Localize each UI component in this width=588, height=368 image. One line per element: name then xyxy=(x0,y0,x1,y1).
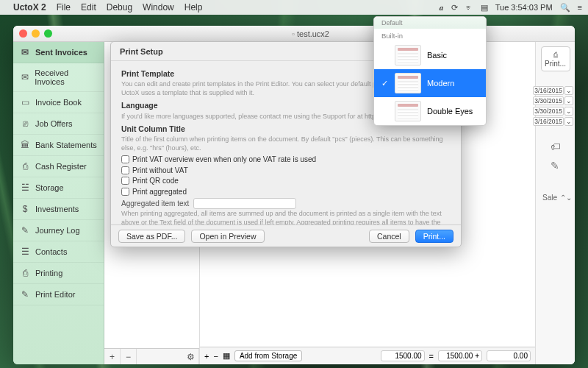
sale-row[interactable]: Sale⌃⌄ xyxy=(536,194,575,202)
printer-icon: ⎙ xyxy=(553,51,558,59)
stepper-icon[interactable]: ⌃⌄ xyxy=(560,194,572,202)
sidebar-icon: ✉ xyxy=(19,72,30,82)
sidebar-item-bank-statements[interactable]: 🏛Bank Statements xyxy=(13,135,104,156)
wifi-icon[interactable]: ᯤ xyxy=(465,3,473,12)
print-confirm-button[interactable]: Print... xyxy=(415,230,453,243)
sidebar-item-printing[interactable]: ⎙Printing xyxy=(13,263,104,284)
titlebar: ▫ test.ucx2 xyxy=(13,26,575,42)
sidebar-label: Storage xyxy=(35,183,64,192)
grid-icon[interactable]: ▦ xyxy=(223,351,230,361)
sidebar-item-contacts[interactable]: ☰Contacts xyxy=(13,241,104,263)
amount2-field[interactable] xyxy=(438,350,482,361)
cb-qr[interactable]: Print QR code xyxy=(121,176,451,186)
list-footer: + − ⚙ xyxy=(104,348,199,364)
sidebar-item-storage[interactable]: ☱Storage xyxy=(13,177,104,199)
template-thumb xyxy=(395,73,421,93)
cb-without-vat[interactable]: Print without VAT xyxy=(121,166,451,176)
tag-icon[interactable]: 🏷 xyxy=(551,141,561,152)
agg-text-field[interactable] xyxy=(193,198,296,209)
sidebar-label: Journey Log xyxy=(35,226,80,235)
sidebar-item-job-offers[interactable]: ⎚Job Offers xyxy=(13,113,104,135)
app-menu[interactable]: UctoX 2 xyxy=(13,2,46,13)
sidebar-label: Invoice Book xyxy=(35,98,82,107)
agg-label: Aggregated item text xyxy=(121,199,189,209)
sidebar: ✉Sent Invoices✉Received Invoices▭Invoice… xyxy=(13,42,104,364)
dates-block: 3/16/2015⌄3/30/2015⌄3/30/2015⌄3/16/2015⌄ xyxy=(536,86,575,127)
flag-icon[interactable]: ▤ xyxy=(481,3,488,13)
check-icon: ✓ xyxy=(380,79,389,88)
amount1-field[interactable] xyxy=(381,350,425,361)
remove-item-button[interactable]: − xyxy=(213,352,218,361)
date-row[interactable]: 3/16/2015⌄ xyxy=(537,86,573,95)
save-pdf-button[interactable]: Save as PDF... xyxy=(118,230,185,243)
print-button[interactable]: ⎙ Print... xyxy=(541,46,570,71)
menu-window[interactable]: Window xyxy=(143,2,174,13)
sidebar-icon: 🏛 xyxy=(19,140,31,150)
menu-help[interactable]: Help xyxy=(184,2,203,13)
add-item-button[interactable]: + xyxy=(204,352,209,361)
sidebar-icon: ✎ xyxy=(19,225,31,236)
open-preview-button[interactable]: Open in Preview xyxy=(191,230,264,243)
remove-button[interactable]: − xyxy=(121,349,137,365)
sidebar-item-print-editor[interactable]: ✎Print Editor xyxy=(13,284,104,305)
sidebar-label: Cash Register xyxy=(35,162,87,171)
menu-edit[interactable]: Edit xyxy=(81,2,96,13)
sidebar-label: Bank Statements xyxy=(35,141,97,149)
sale-label: Sale xyxy=(542,194,557,202)
spotlight-icon[interactable]: 🔍 xyxy=(560,3,570,13)
sidebar-item-journey-log[interactable]: ✎Journey Log xyxy=(13,220,104,241)
sidebar-label: Contacts xyxy=(35,247,67,256)
dropdown-section: Default xyxy=(374,17,486,29)
template-option-double-eyes[interactable]: Double Eyes xyxy=(374,97,486,125)
sheet-title: Print Setup xyxy=(120,47,163,56)
amount3-field[interactable] xyxy=(487,350,531,361)
sidebar-label: Investments xyxy=(35,205,79,213)
cb-vat-overview[interactable]: Print VAT overview even when only one VA… xyxy=(121,155,451,165)
sidebar-item-investments[interactable]: $Investments xyxy=(13,199,104,220)
template-thumb xyxy=(395,45,421,66)
clock[interactable]: Tue 3:54:03 PM xyxy=(495,3,553,12)
sidebar-icon: ⎚ xyxy=(19,118,31,129)
pencil-icon[interactable]: ✎ xyxy=(551,160,561,171)
sidebar-label: Received Invoices xyxy=(35,68,98,86)
cancel-button[interactable]: Cancel xyxy=(369,230,409,243)
doc-icon: ▫ xyxy=(292,29,297,38)
traffic-lights[interactable] xyxy=(19,29,52,38)
dropdown-group: Built-in xyxy=(374,29,486,41)
refresh-icon[interactable]: ⟳ xyxy=(451,3,458,13)
notifications-icon[interactable]: ≡ xyxy=(578,3,582,12)
sidebar-item-cash-register[interactable]: ⎙Cash Register xyxy=(13,156,104,177)
sidebar-item-invoice-book[interactable]: ▭Invoice Book xyxy=(13,92,104,113)
sidebar-icon: ☰ xyxy=(19,247,31,257)
date-row[interactable]: 3/16/2015⌄ xyxy=(537,117,573,126)
sidebar-icon: ⎙ xyxy=(19,268,31,278)
template-label: Double Eyes xyxy=(427,107,473,116)
sidebar-label: Job Offers xyxy=(35,119,73,128)
equals-label: = xyxy=(429,352,434,361)
date-row[interactable]: 3/30/2015⌄ xyxy=(537,107,573,116)
template-dropdown[interactable]: Default Built-in Basic✓ModernDouble Eyes xyxy=(373,16,487,126)
date-row[interactable]: 3/30/2015⌄ xyxy=(537,96,573,105)
gear-icon[interactable]: ⚙ xyxy=(183,349,199,365)
sidebar-icon: ▭ xyxy=(19,97,31,107)
menu-debug[interactable]: Debug xyxy=(107,2,132,13)
sidebar-label: Printing xyxy=(35,269,62,277)
agg-desc: When printing aggregated, all items are … xyxy=(121,209,451,224)
template-option-basic[interactable]: Basic xyxy=(374,41,486,69)
add-button[interactable]: + xyxy=(104,349,121,365)
print-label: Print... xyxy=(545,60,566,68)
menu-file[interactable]: File xyxy=(57,2,71,13)
sidebar-icon: ☱ xyxy=(19,183,31,193)
sidebar-icon: ⎙ xyxy=(19,161,31,171)
cb-aggregated[interactable]: Print aggregated xyxy=(121,187,451,197)
sidebar-icon: ✎ xyxy=(19,289,31,300)
add-from-storage-button[interactable]: Add from Storage xyxy=(234,350,302,361)
sidebar-item-received-invoices[interactable]: ✉Received Invoices xyxy=(13,63,104,92)
scripts-icon[interactable]: 𝒂 xyxy=(440,3,444,13)
template-label: Modern xyxy=(427,79,454,88)
sidebar-icon: $ xyxy=(19,204,31,214)
sidebar-icon: ✉ xyxy=(19,47,31,57)
template-option-modern[interactable]: ✓Modern xyxy=(374,69,486,97)
unit-desc: Title of the first column when printing … xyxy=(121,135,451,152)
sidebar-item-sent-invoices[interactable]: ✉Sent Invoices xyxy=(13,42,104,63)
